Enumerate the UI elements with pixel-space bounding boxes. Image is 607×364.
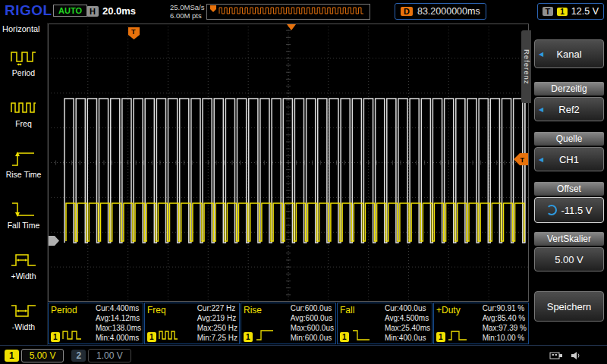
period-icon xyxy=(62,328,82,342)
measurement-value: Avg:85.40 % xyxy=(483,313,527,323)
trigger-source-flag-icon: 1 xyxy=(557,8,568,16)
speichern-label: Speichern xyxy=(547,301,592,312)
measurement-panel-period[interactable]: Period Cur:4.400ms Avg:14.12ms Max:138.0… xyxy=(48,303,143,344)
measurement-panel-fall[interactable]: Fall Cur:400.0us Avg:4.500ms Max:25.40ms… xyxy=(337,303,432,344)
measurement-source: 1 xyxy=(244,328,275,342)
ref2-trace xyxy=(64,99,525,243)
menu-item-label: +Width xyxy=(11,272,36,281)
vertskalier-label: VertSkalier xyxy=(534,232,604,246)
quelle-ch1-button[interactable]: ◀ CH1 xyxy=(534,147,604,171)
speaker-icon xyxy=(571,351,581,360)
measurement-value: Cur:90.91 % xyxy=(483,303,527,313)
plus-duty-icon xyxy=(448,328,467,342)
measurement-source: 1 xyxy=(340,328,371,342)
ch1-badge[interactable]: 1 xyxy=(5,350,19,362)
rigol-logo: RIGOL xyxy=(5,2,52,19)
preview-waveform xyxy=(207,5,368,17)
vertskalier-value-label: 5.00 V xyxy=(555,254,583,265)
svg-text:T: T xyxy=(521,156,525,164)
quelle-label: Quelle xyxy=(534,132,604,146)
graticule: TT xyxy=(48,24,529,302)
measurement-values: Cur:400.0us Avg:4.500ms Max:25.40ms Min:… xyxy=(385,303,430,343)
ref-position-marker xyxy=(49,236,59,246)
menu-item-label: Freq xyxy=(15,120,32,128)
measurement-value: Cur:227 Hz xyxy=(197,303,237,313)
measure-menu-title: Horizontal xyxy=(0,23,47,36)
measurement-value: Max:25.40ms xyxy=(385,323,430,333)
waveform-position-preview xyxy=(206,4,370,20)
offset-button[interactable]: -11.5 V xyxy=(534,197,604,223)
source-channel-badge: 1 xyxy=(340,332,349,342)
menu-item-nwidth[interactable]: -Width xyxy=(0,290,47,341)
menu-arrow-icon: ◀ xyxy=(539,51,543,58)
measure-menu: Horizontal Period Freq Rise Time xyxy=(0,23,48,345)
ref2-button[interactable]: ◀ Ref2 xyxy=(534,97,604,121)
h-badge: H xyxy=(86,6,99,17)
freq-icon xyxy=(159,328,178,342)
measurement-values: Cur:90.91 % Avg:85.40 % Max:97.39 % Min:… xyxy=(483,303,527,343)
menu-item-label: Rise Time xyxy=(6,171,42,179)
menu-item-pwidth[interactable]: +Width xyxy=(0,240,47,290)
measurement-value: Min:400.0us xyxy=(385,333,430,343)
acquisition-info: 25.0MSa/s 6.00M pts xyxy=(170,3,204,20)
tab-referenz[interactable]: Referenz xyxy=(521,30,532,103)
period-icon xyxy=(10,47,37,67)
fall-time-icon xyxy=(10,199,37,219)
horizontal-group[interactable]: H 20.0ms xyxy=(86,5,136,17)
measurement-value: Max:97.39 % xyxy=(483,323,527,333)
measurement-bar: Period Cur:4.400ms Avg:14.12ms Max:138.0… xyxy=(48,303,529,344)
oscilloscope-screen: RIGOL AUTO H 20.0ms 25.0MSa/s 6.00M pts … xyxy=(0,0,607,364)
menu-item-label: Fall Time xyxy=(8,221,40,230)
memory-depth: 6.00M pts xyxy=(170,11,204,20)
derzeitig-label: Derzeitig xyxy=(534,82,604,96)
measurement-value: Max:600.0us xyxy=(291,323,334,333)
measurement-panel-freq[interactable]: Freq Cur:227 Hz Avg:219 Hz Max:250 Hz Mi… xyxy=(144,303,240,344)
speichern-button[interactable]: Speichern xyxy=(534,291,604,322)
delay-group[interactable]: D 83.2000000ms xyxy=(395,3,486,20)
ch2-scale-value[interactable]: 1.00 V xyxy=(88,349,131,362)
measurement-value: Min:4.000ms xyxy=(96,333,141,343)
ch2-badge[interactable]: 2 xyxy=(71,350,86,362)
sample-rate: 25.0MSa/s xyxy=(170,3,204,11)
measurement-panel-duty[interactable]: +Duty Cur:90.91 % Avg:85.40 % Max:97.39 … xyxy=(433,303,529,344)
fall-time-icon xyxy=(351,328,371,342)
run-status-badge: AUTO xyxy=(53,5,87,17)
trigger-badge: T xyxy=(543,7,554,16)
measurement-value: Avg:600.0us xyxy=(291,313,334,323)
top-bar: RIGOL AUTO H 20.0ms 25.0MSa/s 6.00M pts … xyxy=(0,0,607,23)
status-icons xyxy=(549,351,581,360)
measurement-values: Cur:4.400ms Avg:14.12ms Max:138.0ms Min:… xyxy=(96,303,141,343)
rotate-knob-icon xyxy=(546,205,557,215)
source-channel-badge: 1 xyxy=(244,332,253,342)
measurement-value: Min:10.00 % xyxy=(483,333,527,343)
rise-time-icon xyxy=(255,328,275,342)
menu-item-rise-time[interactable]: Rise Time xyxy=(0,138,47,189)
source-channel-badge: 1 xyxy=(436,332,445,342)
measurement-value: Avg:14.12ms xyxy=(96,313,141,323)
measurement-label: +Duty xyxy=(436,305,461,315)
measurement-label: Freq xyxy=(147,305,166,315)
measurement-label: Fall xyxy=(340,305,354,315)
measurement-panel-rise[interactable]: Rise Cur:600.0us Avg:600.0us Max:600.0us… xyxy=(241,303,336,344)
offset-label: Offset xyxy=(534,182,604,196)
waveform-display: TT xyxy=(48,24,529,302)
offset-value-label: -11.5 V xyxy=(561,205,593,216)
freq-icon xyxy=(10,98,37,118)
menu-item-freq[interactable]: Freq xyxy=(0,87,47,138)
trigger-group[interactable]: T 1 12.5 V xyxy=(537,3,604,20)
kanal-button[interactable]: ◀ Kanal xyxy=(534,39,604,68)
menu-item-period[interactable]: Period xyxy=(0,36,47,87)
trigger-level-value: 12.5 V xyxy=(571,6,599,17)
kanal-label: Kanal xyxy=(556,49,581,60)
measurement-value: Max:250 Hz xyxy=(197,323,237,333)
d-badge: D xyxy=(401,7,413,16)
menu-item-label: Period xyxy=(12,69,35,77)
preview-position-marker xyxy=(210,5,216,12)
svg-text:T: T xyxy=(131,28,136,36)
menu-item-fall-time[interactable]: Fall Time xyxy=(0,189,47,240)
measurement-source: 1 xyxy=(147,328,178,342)
ch1-scale-value[interactable]: 5.00 V xyxy=(21,349,64,362)
measurement-values: Cur:600.0us Avg:600.0us Max:600.0us Min:… xyxy=(291,303,334,343)
quelle-value-label: CH1 xyxy=(559,154,579,165)
vertskalier-button[interactable]: 5.00 V xyxy=(534,247,604,271)
